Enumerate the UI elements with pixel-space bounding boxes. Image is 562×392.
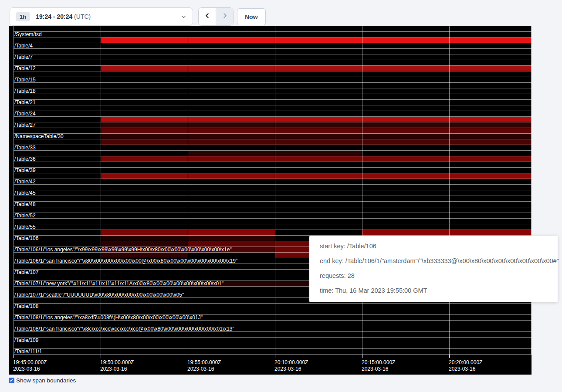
span-boundary-line [14,309,532,309]
axis-time-label: 20:20:00.000Z2023-03-16 [449,359,482,372]
span-boundary-line [14,54,532,54]
time-grid-line [188,26,188,355]
tooltip-end-key: end key: /Table/106/1/"amsterdam"/"\xb33… [320,257,547,266]
now-button[interactable]: Now [237,8,266,25]
span-boundary-line [14,162,532,162]
axis-tick [188,355,188,358]
span-boundary-line [14,196,532,196]
span-boundary-line [14,213,532,213]
key-span-label: /Table/52 [14,213,36,219]
time-grid-line [275,26,275,355]
time-nav-group [198,7,234,26]
span-boundary-line [14,230,532,230]
key-span-label: /Table/107/1/"new york"/"\x11\x11\x11\x1… [14,281,223,287]
span-boundary-line [14,139,532,139]
time-grid-line [531,26,532,355]
chevron-down-icon [181,14,186,20]
key-span-label: /Table/42 [14,179,36,185]
span-boundary-line [14,82,532,83]
key-span-label: /Table/7 [14,54,33,60]
span-boundary-line [14,190,532,190]
chevron-left-icon [204,12,210,21]
span-boundary-line [14,133,532,134]
key-span-label: /Table/33 [14,145,36,151]
range-duration-badge: 1h [16,12,30,21]
span-boundary-line [14,88,532,88]
span-boundary-line [14,43,532,43]
key-span-label: /Table/27 [14,122,36,128]
span-boundary-line [14,122,532,122]
show-span-boundaries-label: Show span boundaries [16,377,76,384]
key-span-label: /NamespaceTable/30 [14,134,64,139]
chevron-right-icon [222,12,228,21]
span-boundary-line [14,71,532,71]
key-span-label: /Table/24 [14,111,36,117]
span-boundary-line [14,343,532,343]
span-boundary-line [14,156,532,156]
key-span-label: /Table/109 [14,338,38,343]
span-boundary-line [14,167,532,168]
key-span-label: /System/tsd [14,32,42,37]
key-span-label: /Table/48 [14,202,36,207]
next-range-button[interactable] [216,8,233,25]
time-grid-line [14,26,14,355]
span-boundary-line [14,60,532,60]
prev-range-button[interactable] [199,8,216,25]
span-boundary-line [14,201,532,202]
key-span-label: /Table/18 [14,88,36,94]
span-boundary-line [14,105,532,105]
key-span-label: /Table/107 [14,270,38,275]
key-span-label: /Table/108/1/"san francisco"/"\x8c\xcc\x… [14,326,234,332]
key-span-label: /Table/55 [14,224,36,230]
span-boundary-line [14,128,532,128]
time-grid-line [362,26,362,355]
key-span-label: /Table/107/1/"seattle"/"UUUUUUD\x00\x80\… [14,292,184,298]
tooltip-time: time: Thu, 16 Mar 2023 19:55:00 GMT [320,286,547,295]
time-range-picker[interactable]: 1h 19:24 - 20:24 (UTC) [10,7,193,26]
span-boundary-line [14,224,532,224]
key-span-label: /Table/21 [14,100,36,105]
axis-time-label: 19:45:00.000Z2023-03-16 [13,359,47,372]
span-boundary-line [14,354,532,355]
span-boundary-line [14,111,532,111]
heatmap-canvas[interactable]: 19:45:00.000Z2023-03-1619:50:00.000Z2023… [9,26,532,375]
key-span-label: /Table/106/1/"san francisco"/"\x80\x00\x… [14,258,237,264]
show-span-boundaries-row: ✓ Show span boundaries [9,377,76,384]
span-boundary-line [14,303,532,304]
key-span-label: /Table/106/1/"los angeles"/"\x99\x99\x99… [14,247,232,253]
axis-time-label: 19:55:00.000Z2023-03-16 [187,359,221,372]
span-boundary-line [14,77,532,77]
span-boundary-line [14,348,532,349]
axis-tick [449,355,450,358]
time-grid-line [101,26,101,355]
span-boundary-line [14,173,532,173]
range-timezone: (UTC) [72,13,91,20]
span-boundary-line [14,37,532,37]
tooltip-start-key: start key: /Table/106 [320,242,547,251]
show-span-boundaries-checkbox[interactable]: ✓ [9,378,14,383]
key-span-label: /Table/39 [14,168,36,173]
key-span-label: /Table/12 [14,66,36,71]
span-boundary-line [14,337,532,338]
range-text: 19:24 - 20:24 (UTC) [36,13,91,20]
key-span-label: /Table/36 [14,156,36,162]
time-grid-line [449,26,450,355]
axis-tick [362,355,362,358]
span-boundary-line [14,218,532,219]
span-boundary-line [14,145,532,145]
span-boundary-line [14,31,532,32]
axis-tick [275,355,275,358]
span-boundary-line [14,48,532,49]
span-boundary-line [14,179,532,179]
span-boundary-line [14,94,532,94]
tooltip-requests: requests: 28 [320,271,547,280]
checkmark-icon: ✓ [10,378,14,383]
span-boundary-line [14,116,532,117]
key-span-label: /Table/108/1/"los angeles"/"\xa8\xf5\u00… [14,315,203,321]
key-span-label: /Table/111/1 [14,349,42,355]
span-boundary-line [14,99,532,100]
span-boundary-line [14,184,532,185]
key-span-label: /Table/106 [14,236,38,241]
span-boundary-line [14,150,532,151]
hover-tooltip: start key: /Table/106 end key: /Table/10… [309,236,558,302]
